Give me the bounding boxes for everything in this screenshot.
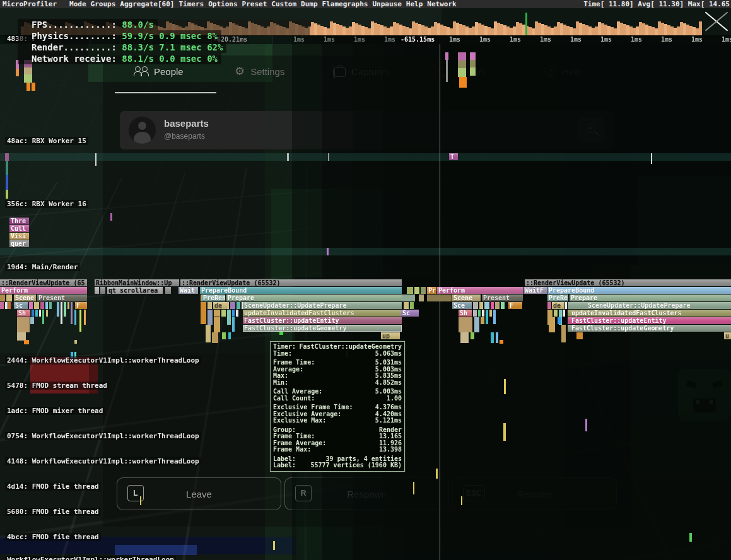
flame-segment[interactable]: Sce (452, 302, 472, 309)
flame-segment[interactable]: Cull (9, 225, 29, 232)
thread-label[interactable]: 4bcc: FMOD file thread (5, 533, 101, 541)
thread-label[interactable]: 4d14: FMOD file thread (5, 482, 101, 491)
menu-item-aggregate-60-[interactable]: Aggregate[60] (120, 0, 174, 8)
flame-segment[interactable]: ::RenderViewUpdate_(65532) (525, 279, 731, 286)
menu-item-help[interactable]: Help (406, 0, 423, 8)
flame-segment[interactable]: RibbonMainWindow::Up (95, 279, 179, 286)
flame-segment[interactable]: Wait (178, 287, 198, 294)
tooltip-key: Call Average: (273, 388, 322, 395)
flame-segment[interactable]: de (213, 302, 227, 309)
flame-segment[interactable]: Scene (14, 295, 36, 301)
menu-item-custom[interactable]: Custom (271, 0, 296, 8)
thread-label[interactable]: 2444: WorkflowExecutorV1Impl::workerThre… (5, 356, 201, 365)
menu-item-options[interactable]: Options (208, 0, 237, 8)
flame-segment[interactable]: Sc (14, 302, 28, 309)
thread-label[interactable]: WorkflowExecutorV1Impl::workerThreadLoop (5, 556, 176, 560)
tooltip-row: Call Count:1.00 (273, 395, 402, 402)
thread-label[interactable]: 19d4: Main/Render (5, 263, 80, 271)
flame-segment[interactable]: Present (482, 295, 523, 301)
flame-segment[interactable]: T (449, 153, 458, 160)
frame-time-stats: Time[ 11.80] Avg[ 11.30] Max[ 14.65 (583, 0, 730, 8)
tab-settings[interactable]: ⚙ Settings (235, 63, 284, 79)
tooltip-row: Call Average:5.003ms (273, 388, 402, 395)
thread-label[interactable]: 5478: FMOD stream thread (5, 382, 109, 390)
menu-item-dump[interactable]: Dump (301, 0, 318, 8)
flame-segment[interactable]: Sh (459, 310, 472, 317)
menu-item-flamegraphs[interactable]: Flamegraphs (322, 0, 368, 8)
flame-segment[interactable]: Perform (437, 287, 523, 294)
ruler-label: 1ms (599, 36, 613, 44)
flame-segment[interactable]: Sc (401, 310, 419, 317)
flame-segment[interactable]: PrepareBound (547, 287, 731, 294)
thread-label[interactable]: 0754: WorkflowExecutorV1Impl::workerThre… (5, 432, 201, 440)
tooltip-row: Exclusive Max:5.121ms (273, 417, 402, 424)
flame-segment[interactable]: qt_scrollarea (107, 287, 163, 294)
flame-segment[interactable]: FastCluster::updateGeometry (568, 325, 731, 332)
tooltip-key: Timer: (273, 344, 296, 351)
flame-segment[interactable]: up (381, 332, 400, 339)
flame-segment[interactable]: u (724, 332, 731, 339)
flame-segment[interactable]: Pr (427, 287, 436, 294)
thread-label[interactable]: 1adc: FMOD mixer thread (5, 407, 105, 415)
flame-segment[interactable] (100, 287, 105, 294)
people-icon (134, 66, 148, 76)
player-handle: @baseparts (164, 132, 205, 141)
ruler-label: 1ms (569, 36, 583, 44)
tooltip-value: 13.398 (379, 446, 402, 453)
flame-segment[interactable] (165, 287, 171, 294)
tab-people[interactable]: People (134, 63, 184, 79)
flame-segment[interactable]: Scene (452, 295, 481, 301)
flame-segment[interactable]: FastCluster::updateEntity (568, 317, 731, 324)
flame-segment[interactable]: FastCluster::updateEntity (243, 317, 402, 324)
flame-segment[interactable]: F (508, 302, 522, 309)
flame-segment[interactable]: Present (37, 295, 87, 301)
flame-segment[interactable]: PreRen (202, 295, 225, 301)
menu-item-preset[interactable]: Preset (242, 0, 267, 8)
leave-button[interactable]: L Leave (117, 477, 281, 510)
menu-item-mode[interactable]: Mode (69, 0, 86, 8)
close-icon[interactable] (702, 10, 730, 34)
tooltip-value: 1.00 (387, 395, 402, 402)
menu-item-unpause[interactable]: Unpause (372, 0, 401, 8)
flame-segment[interactable]: Thre (9, 218, 29, 225)
tooltip-row: Frame Max:13.398 (273, 446, 402, 453)
flame-segment[interactable]: Perform (0, 287, 87, 294)
tooltip-key: Min: (273, 380, 288, 387)
flame-segment[interactable]: updateInvalidatedFastClusters (568, 310, 731, 317)
thread-label[interactable]: 4148: WorkflowExecutorV1Impl::workerThre… (5, 457, 201, 465)
thread-label[interactable]: 356c: RBX Worker 16 (5, 200, 88, 208)
flame-segment[interactable]: quer (9, 240, 29, 247)
thread-label[interactable]: 48ac: RBX Worker 15 (5, 137, 88, 145)
flame-segment[interactable]: FastCluster::updateGeometry (243, 325, 402, 332)
fps-line-label: Render.........: (32, 42, 122, 52)
flame-segment[interactable]: Sh (17, 310, 30, 317)
flame-segment[interactable] (95, 287, 99, 294)
flame-segment[interactable]: ::RenderViewUpdate_(65532) (180, 279, 402, 286)
tooltip-value: 55777 vertices (1960 KB) (311, 462, 402, 469)
ruler-label: 1ms (720, 36, 731, 44)
menu-item-timers[interactable]: Timers (178, 0, 204, 8)
tooltip-row: Frame Time:13.165 (273, 433, 402, 440)
tooltip-value: 13.165 (379, 433, 402, 440)
flame-segment[interactable]: PrepareBound (200, 287, 402, 294)
flame-segment[interactable]: WaitF (523, 287, 547, 294)
tab-label: Settings (250, 66, 284, 77)
menu-item-groups[interactable]: Groups (91, 0, 116, 8)
fps-line-value: 59.9/s 0.9 msec 8% (122, 31, 218, 41)
microprofiler-topbar: MicroProfiler ModeGroupsAggregate[60]Tim… (0, 0, 731, 8)
flame-segment[interactable]: SceneUpdater::UpdatePrepare (243, 302, 402, 309)
flame-segment[interactable]: updateInvalidatedFastClusters (243, 310, 402, 317)
menu-item-network[interactable]: Network (427, 0, 456, 8)
flame-segment[interactable]: ::RenderViewUpdate_(65 (0, 279, 87, 286)
flame-segment[interactable]: Prepare (570, 295, 731, 301)
thread-label[interactable]: 5680: FMOD file thread (5, 508, 101, 516)
flame-segment[interactable]: Visi (9, 233, 29, 240)
fps-line-label: Network receive: (32, 54, 122, 64)
flame-segment[interactable]: de (552, 302, 564, 309)
flame-segment[interactable]: F (75, 302, 87, 309)
ruler-label: 1ms (448, 36, 462, 44)
flame-segment[interactable]: PreRe (547, 295, 568, 301)
flame-segment[interactable]: SceneUpdater::UpdatePrepare (568, 302, 731, 309)
flame-segment[interactable]: Prepare (226, 295, 402, 301)
tooltip-key: Exclusive Frame Time: (273, 404, 353, 411)
